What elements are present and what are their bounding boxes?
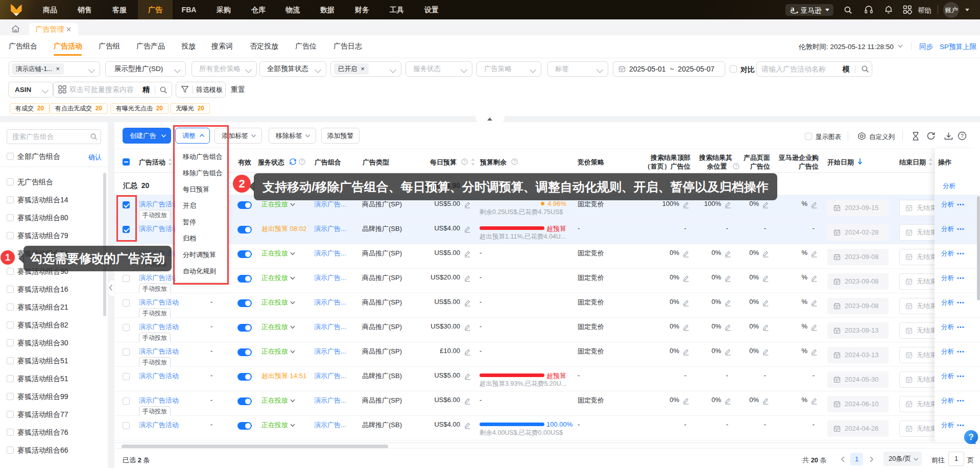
svg-text:?: ? bbox=[513, 159, 516, 164]
svg-text:?: ? bbox=[463, 159, 466, 164]
svg-text:?: ? bbox=[961, 133, 964, 139]
svg-text:?: ? bbox=[301, 159, 303, 164]
